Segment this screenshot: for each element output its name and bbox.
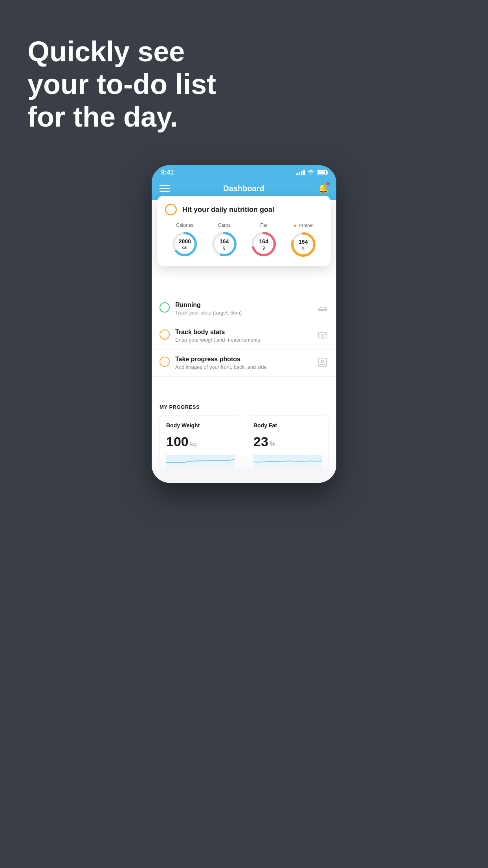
notification-badge [327, 182, 330, 185]
time: 9:41 [161, 169, 174, 176]
notification-button[interactable]: 🔔 [318, 183, 328, 193]
progress-cards: Body Weight 100 kg Body Fat [160, 416, 328, 471]
status-bar: 9:41 [152, 165, 336, 178]
running-circle [160, 302, 170, 313]
body-fat-title: Body Fat [253, 422, 322, 428]
photos-title: Take progress photos [175, 356, 311, 363]
progress-section: MY PROGRESS Body Weight 100 kg [152, 396, 336, 471]
nutrition-calories: Calories 2000 cal [171, 223, 198, 258]
scale-icon [317, 329, 328, 341]
nav-title: Dashboard [223, 184, 264, 193]
protein-value: 164 g [299, 239, 308, 250]
body-fat-unit: % [270, 441, 275, 448]
hero-text: Quickly see your to-do list for the day. [28, 35, 216, 133]
nutrition-card-title: Hit your daily nutrition goal [182, 206, 274, 214]
hero-line2: your to-do list [28, 68, 216, 101]
battery-icon [317, 170, 327, 175]
carbs-donut: 164 g [211, 230, 238, 258]
running-text: Running Track your stats (target: 5km) [175, 302, 311, 316]
calories-label: Calories [176, 223, 193, 228]
running-title: Running [175, 302, 311, 309]
todo-photos[interactable]: Take progress photos Add images of your … [152, 349, 336, 377]
signal-icon [296, 170, 305, 175]
body-weight-unit: kg [190, 441, 197, 448]
calories-donut: 2000 cal [171, 230, 198, 258]
nutrition-grid: Calories 2000 cal Carbs [165, 223, 323, 258]
stats-title: Track body stats [175, 329, 311, 336]
person-icon [317, 357, 328, 368]
carbs-label: Carbs [218, 223, 231, 228]
nutrition-card: Hit your daily nutrition goal Calories 2… [157, 196, 331, 266]
fat-value: 164 g [259, 238, 268, 250]
body-fat-chart [253, 455, 322, 471]
svg-point-10 [322, 336, 323, 337]
stats-subtitle: Enter your weight and measurements [175, 337, 311, 343]
nutrition-fat: Fat 164 g [250, 223, 277, 258]
star-icon: ★ [293, 223, 297, 228]
body-weight-card[interactable]: Body Weight 100 kg [160, 416, 241, 471]
svg-point-12 [321, 360, 324, 362]
body-fat-card[interactable]: Body Fat 23 % [247, 416, 328, 471]
todo-running[interactable]: Running Track your stats (target: 5km) [152, 295, 336, 322]
main-content: THINGS TO DO TODAY Hit your daily nutrit… [152, 200, 336, 483]
nutrition-carbs: Carbs 164 g [211, 223, 238, 258]
menu-button[interactable] [160, 185, 170, 192]
body-weight-value-row: 100 kg [166, 434, 235, 449]
body-fat-value: 23 [253, 434, 268, 449]
protein-label: ★ Protein [293, 223, 314, 228]
phone-mockup: 9:41 Dashboard 🔔 THINGS TO DO TODAY [152, 165, 336, 483]
photos-circle [160, 357, 170, 367]
photos-subtitle: Add images of your front, back, and side [175, 364, 311, 370]
body-weight-chart [166, 455, 235, 471]
spacer [152, 377, 336, 388]
running-subtitle: Track your stats (target: 5km) [175, 310, 311, 316]
stats-circle [160, 329, 170, 340]
hero-line3: for the day. [28, 101, 216, 133]
body-weight-value: 100 [166, 434, 189, 449]
nutrition-protein: ★ Protein 164 g [290, 223, 317, 258]
fat-label: Fat [261, 223, 267, 228]
todo-circle-nutrition [165, 204, 177, 215]
wifi-icon [307, 169, 314, 176]
bottom-padding [152, 471, 336, 483]
fat-donut: 164 g [250, 230, 277, 258]
status-icons [296, 169, 327, 176]
card-header: Hit your daily nutrition goal [165, 204, 323, 215]
hero-line1: Quickly see [28, 35, 216, 68]
carbs-value: 164 g [220, 238, 229, 250]
progress-header: MY PROGRESS [160, 404, 328, 410]
body-fat-value-row: 23 % [253, 434, 322, 449]
todo-body-stats[interactable]: Track body stats Enter your weight and m… [152, 322, 336, 349]
photos-text: Take progress photos Add images of your … [175, 356, 311, 370]
shoe-icon [317, 302, 328, 314]
body-weight-title: Body Weight [166, 422, 235, 428]
stats-text: Track body stats Enter your weight and m… [175, 329, 311, 343]
protein-donut: 164 g [290, 231, 317, 258]
calories-value: 2000 cal [179, 238, 191, 250]
